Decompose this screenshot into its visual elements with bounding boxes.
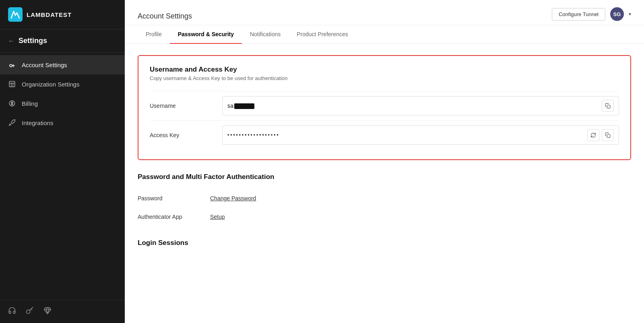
sidebar-item-label: Account Settings bbox=[22, 62, 67, 68]
settings-label: Settings bbox=[19, 37, 47, 45]
authenticator-row: Authenticator App Setup bbox=[138, 208, 631, 226]
tab-product-preferences[interactable]: Product Preferences bbox=[289, 25, 356, 44]
password-mfa-section: Password and Multi Factor Authentication… bbox=[138, 173, 631, 226]
setup-link[interactable]: Setup bbox=[210, 214, 225, 220]
login-sessions-section: Login Sessions bbox=[138, 239, 631, 247]
username-access-key-card: Username and Access Key Copy username & … bbox=[138, 55, 631, 160]
tab-notifications[interactable]: Notifications bbox=[242, 25, 289, 44]
sidebar-item-billing[interactable]: Billing bbox=[0, 94, 125, 113]
page-title: Account Settings bbox=[138, 12, 192, 21]
setup-value: Setup bbox=[210, 213, 225, 220]
authenticator-label: Authenticator App bbox=[138, 214, 210, 220]
username-blurred bbox=[234, 103, 254, 109]
card-subtitle: Copy username & Access Key to be used fo… bbox=[150, 75, 619, 81]
copy-access-key-button[interactable] bbox=[602, 129, 614, 141]
password-section-title: Password and Multi Factor Authentication bbox=[138, 173, 631, 181]
header-actions: Configure Tunnel SG ▾ bbox=[552, 7, 631, 25]
avatar[interactable]: SG bbox=[610, 7, 624, 21]
svg-rect-5 bbox=[607, 105, 610, 108]
username-row: Username sa bbox=[150, 91, 619, 120]
username-actions bbox=[602, 100, 614, 112]
sidebar-header: ← Settings bbox=[0, 29, 125, 53]
svg-rect-2 bbox=[9, 81, 15, 87]
access-key-field: •••••••••••••••••• bbox=[222, 125, 619, 145]
back-arrow-icon[interactable]: ← bbox=[8, 37, 14, 45]
building-icon bbox=[8, 80, 16, 88]
tabs-bar: Profile Password & Security Notification… bbox=[125, 25, 644, 44]
login-sessions-title: Login Sessions bbox=[138, 239, 631, 247]
password-label: Password bbox=[138, 195, 210, 202]
sidebar-item-account-settings[interactable]: Account Settings bbox=[0, 55, 125, 74]
key-icon bbox=[8, 61, 16, 69]
headphones-icon[interactable] bbox=[8, 307, 16, 317]
lambdatest-logo-icon bbox=[8, 7, 23, 22]
card-title: Username and Access Key bbox=[150, 66, 619, 74]
regenerate-access-key-button[interactable] bbox=[587, 129, 599, 141]
password-row: Password Change Password bbox=[138, 189, 631, 208]
access-key-dots: •••••••••••••••••• bbox=[227, 132, 583, 138]
svg-point-1 bbox=[10, 64, 12, 67]
logo-text: LAMBDATEST bbox=[27, 11, 72, 18]
tab-profile[interactable]: Profile bbox=[138, 25, 170, 44]
chevron-down-icon[interactable]: ▾ bbox=[629, 11, 631, 17]
key-footer-icon[interactable] bbox=[26, 307, 34, 317]
username-value: sa bbox=[227, 103, 598, 109]
access-key-actions bbox=[587, 129, 614, 141]
change-password-value: Change Password bbox=[210, 195, 256, 202]
tab-password-security[interactable]: Password & Security bbox=[170, 25, 242, 44]
sidebar-nav: Account Settings Organization Settings B… bbox=[0, 53, 125, 300]
main-content: Account Settings Configure Tunnel SG ▾ P… bbox=[125, 0, 644, 323]
access-key-row: Access Key •••••••••••••••••• bbox=[150, 120, 619, 150]
sidebar-item-label: Organization Settings bbox=[22, 81, 79, 88]
sidebar: LAMBDATEST ← Settings Account Settings O… bbox=[0, 0, 125, 323]
copy-username-button[interactable] bbox=[602, 100, 614, 112]
configure-tunnel-button[interactable]: Configure Tunnel bbox=[552, 8, 605, 21]
page-content: Username and Access Key Copy username & … bbox=[125, 44, 644, 323]
sidebar-item-organization-settings[interactable]: Organization Settings bbox=[0, 74, 125, 94]
sidebar-item-label: Integrations bbox=[22, 119, 53, 126]
main-header: Account Settings Configure Tunnel SG ▾ bbox=[125, 0, 644, 25]
dollar-circle-icon bbox=[8, 99, 16, 107]
diamond-icon[interactable] bbox=[43, 307, 52, 317]
svg-rect-6 bbox=[607, 134, 610, 138]
username-field: sa bbox=[222, 96, 619, 115]
sidebar-item-integrations[interactable]: Integrations bbox=[0, 113, 125, 132]
sidebar-logo: LAMBDATEST bbox=[0, 0, 125, 29]
sidebar-footer bbox=[0, 300, 125, 323]
change-password-link[interactable]: Change Password bbox=[210, 195, 256, 202]
sidebar-item-label: Billing bbox=[22, 100, 38, 107]
rocket-icon bbox=[8, 119, 16, 127]
username-label: Username bbox=[150, 103, 222, 109]
access-key-label: Access Key bbox=[150, 132, 222, 138]
username-prefix: sa bbox=[227, 103, 233, 109]
